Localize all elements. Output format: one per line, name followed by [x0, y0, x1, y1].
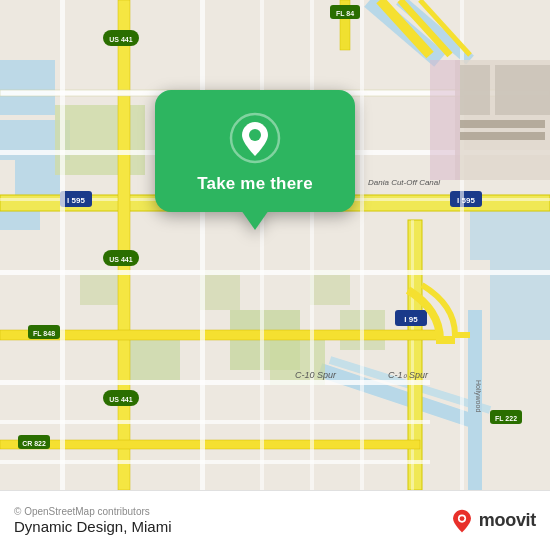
location-pin-icon	[229, 112, 281, 164]
moovit-logo[interactable]: moovit	[449, 508, 536, 534]
svg-rect-59	[260, 0, 264, 490]
popup-bubble: Take me there	[155, 90, 355, 212]
map-popup[interactable]: Take me there	[155, 90, 355, 212]
svg-rect-61	[360, 0, 364, 490]
svg-rect-19	[310, 270, 350, 305]
svg-rect-53	[0, 270, 550, 275]
svg-text:US 441: US 441	[109, 396, 132, 403]
svg-text:I 95: I 95	[404, 315, 418, 324]
svg-rect-71	[460, 65, 490, 115]
svg-rect-15	[130, 340, 180, 380]
svg-text:FL 84: FL 84	[336, 10, 354, 17]
svg-text:I 595: I 595	[67, 196, 85, 205]
svg-rect-1	[0, 60, 55, 115]
svg-text:US 441: US 441	[109, 256, 132, 263]
svg-rect-33	[118, 0, 130, 490]
svg-rect-3	[15, 160, 60, 195]
osm-credit: © OpenStreetMap contributors	[14, 506, 172, 517]
moovit-brand-text: moovit	[479, 510, 536, 531]
svg-text:Dania Cut-Off Canal: Dania Cut-Off Canal	[368, 178, 440, 187]
svg-text:FL 222: FL 222	[495, 415, 517, 422]
svg-point-79	[459, 516, 464, 521]
svg-text:FL 848: FL 848	[33, 330, 55, 337]
svg-rect-73	[460, 120, 545, 128]
svg-rect-30	[411, 220, 414, 490]
svg-text:C-1₀ Spur: C-1₀ Spur	[388, 370, 429, 380]
take-me-there-button[interactable]: Take me there	[197, 174, 313, 194]
svg-rect-58	[200, 0, 205, 490]
bottom-bar: © OpenStreetMap contributors Dynamic Des…	[0, 490, 550, 550]
svg-text:US 441: US 441	[109, 36, 132, 43]
bottom-left: © OpenStreetMap contributors Dynamic Des…	[14, 506, 172, 535]
svg-point-77	[249, 129, 261, 141]
moovit-pin-icon	[449, 508, 475, 534]
svg-text:I 595: I 595	[457, 196, 475, 205]
svg-rect-57	[60, 0, 65, 490]
svg-rect-16	[200, 270, 240, 310]
svg-rect-18	[80, 270, 120, 305]
svg-rect-43	[0, 330, 440, 340]
svg-text:CR 822: CR 822	[22, 440, 46, 447]
svg-rect-74	[460, 132, 545, 140]
svg-rect-75	[430, 60, 460, 180]
svg-rect-60	[310, 0, 314, 490]
svg-rect-72	[495, 65, 550, 115]
location-label: Dynamic Design, Miami	[14, 518, 172, 535]
svg-rect-29	[408, 220, 422, 490]
map-container: I 595 I 595 I 595 I 95 US 441 US 441 US …	[0, 0, 550, 490]
svg-text:C-10 Spur: C-10 Spur	[295, 370, 337, 380]
map-svg: I 595 I 595 I 595 I 95 US 441 US 441 US …	[0, 0, 550, 490]
svg-text:Hollywood: Hollywood	[474, 380, 482, 412]
svg-rect-12	[55, 105, 145, 175]
